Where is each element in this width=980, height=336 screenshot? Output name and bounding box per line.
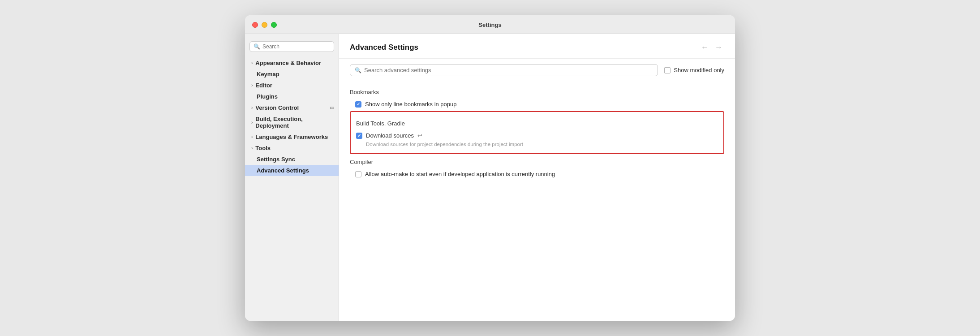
sidebar-item-label: Build, Execution, Deployment (255, 116, 334, 129)
maximize-button[interactable] (271, 22, 277, 28)
settings-window: Settings 🔍 › Appearance & Behavior Keyma… (245, 15, 735, 321)
sidebar-item-label: Settings Sync (257, 156, 295, 163)
search-icon: 🔍 (355, 67, 361, 73)
main-header: Advanced Settings ← → (339, 34, 735, 59)
setting-description-download-sources: Download sources for project dependencie… (351, 141, 723, 149)
minimize-button[interactable] (262, 22, 267, 28)
setting-label-download-sources: Download sources (366, 132, 414, 139)
sidebar-item-label: Advanced Settings (257, 167, 309, 174)
chevron-right-icon: › (251, 120, 253, 125)
back-button[interactable]: ← (699, 42, 710, 53)
window-content: 🔍 › Appearance & Behavior Keymap › Edito… (245, 34, 735, 321)
sidebar-item-label: Plugins (257, 93, 278, 100)
show-modified-label[interactable]: Show modified only (664, 67, 724, 73)
settings-content: Bookmarks Show only line bookmarks in po… (339, 82, 735, 321)
sidebar-item-label: Version Control (255, 104, 299, 111)
titlebar: Settings (245, 15, 735, 34)
forward-button[interactable]: → (713, 42, 724, 53)
sidebar-item-advanced-settings[interactable]: Advanced Settings (245, 165, 339, 176)
sidebar: 🔍 › Appearance & Behavior Keymap › Edito… (245, 34, 339, 321)
checkbox-download-sources[interactable] (356, 133, 362, 139)
sidebar-item-build-execution-deployment[interactable]: › Build, Execution, Deployment (245, 113, 339, 131)
section-label-build-tools-gradle: Build Tools. Gradle (351, 120, 723, 127)
setting-row-download-sources: Download sources ↩ (351, 130, 723, 141)
reset-icon[interactable]: ↩ (417, 132, 422, 139)
setting-label-show-line-bookmarks: Show only line bookmarks in popup (365, 101, 457, 108)
setting-label-allow-auto-make: Allow auto-make to start even if develop… (365, 171, 555, 177)
highlighted-section-build-tools-gradle: Build Tools. Gradle Download sources ↩ D… (350, 111, 724, 154)
main-search-wrap[interactable]: 🔍 (350, 64, 658, 76)
chevron-right-icon: › (251, 83, 253, 88)
chevron-right-icon: › (251, 105, 253, 110)
close-button[interactable] (252, 22, 258, 28)
sidebar-item-label: Tools (255, 145, 271, 151)
sidebar-search-input[interactable] (262, 43, 330, 50)
sidebar-item-tools[interactable]: › Tools (245, 142, 339, 154)
window-title: Settings (478, 22, 501, 28)
sidebar-item-settings-sync[interactable]: Settings Sync (245, 154, 339, 165)
checkbox-allow-auto-make[interactable] (355, 171, 361, 177)
traffic-lights (252, 22, 277, 28)
sidebar-item-languages-frameworks[interactable]: › Languages & Frameworks (245, 131, 339, 142)
sidebar-item-editor[interactable]: › Editor (245, 80, 339, 91)
sidebar-item-label: Languages & Frameworks (255, 134, 328, 140)
main-search-bar: 🔍 Show modified only (339, 59, 735, 82)
sidebar-search-container: 🔍 (245, 39, 339, 57)
chevron-right-icon: › (251, 146, 253, 151)
sidebar-item-plugins[interactable]: Plugins (245, 91, 339, 102)
search-icon: 🔍 (254, 43, 260, 50)
monitor-icon: ▭ (330, 105, 334, 111)
setting-row-show-line-bookmarks: Show only line bookmarks in popup (350, 99, 724, 109)
sidebar-item-appearance-behavior[interactable]: › Appearance & Behavior (245, 57, 339, 69)
sidebar-search-wrap[interactable]: 🔍 (249, 41, 334, 52)
page-title: Advanced Settings (350, 43, 418, 52)
sidebar-item-version-control[interactable]: › Version Control ▭ (245, 102, 339, 113)
main-panel: Advanced Settings ← → 🔍 Show modified on… (339, 34, 735, 321)
chevron-right-icon: › (251, 134, 253, 139)
setting-row-allow-auto-make: Allow auto-make to start even if develop… (350, 169, 724, 179)
show-modified-text: Show modified only (674, 67, 724, 73)
show-modified-checkbox[interactable] (664, 67, 671, 73)
sidebar-item-label: Editor (255, 82, 272, 89)
section-label-bookmarks: Bookmarks (350, 89, 724, 95)
nav-buttons: ← → (699, 42, 724, 53)
main-search-input[interactable] (364, 67, 653, 73)
chevron-right-icon: › (251, 60, 253, 65)
sidebar-item-label: Keymap (257, 71, 279, 78)
section-label-compiler: Compiler (350, 159, 724, 165)
section-compiler: Compiler Allow auto-make to start even i… (350, 159, 724, 179)
sidebar-item-keymap[interactable]: Keymap (245, 69, 339, 80)
sidebar-item-label: Appearance & Behavior (255, 60, 321, 66)
checkbox-show-line-bookmarks[interactable] (355, 101, 361, 108)
